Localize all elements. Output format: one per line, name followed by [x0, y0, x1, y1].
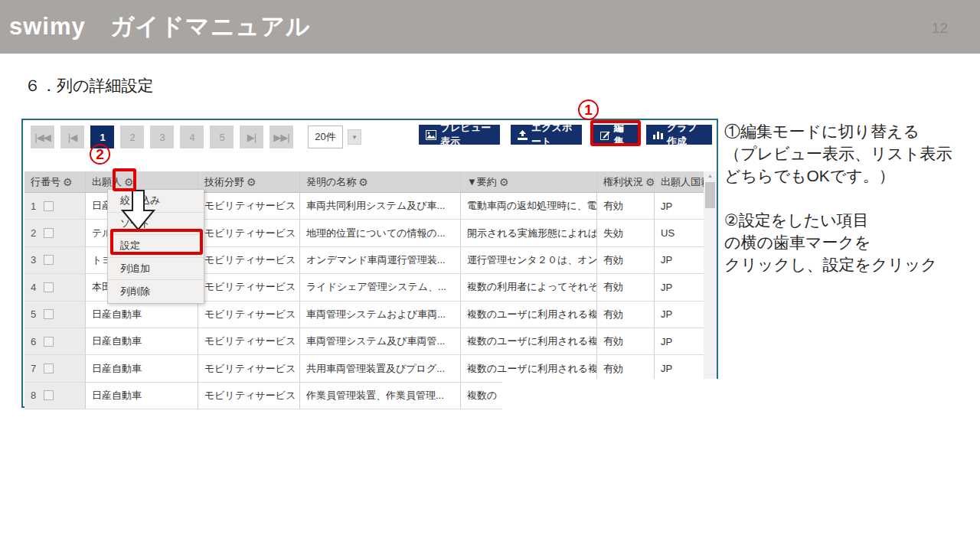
table-cell: 失効: [597, 220, 655, 246]
row-checkbox[interactable]: [44, 309, 54, 319]
chart-button[interactable]: グラフ作成: [646, 125, 712, 145]
row-checkbox[interactable]: [44, 255, 54, 265]
gear-icon[interactable]: ⚙: [358, 176, 368, 188]
table-cell: 共用車両管理装置及びプログ...: [300, 355, 461, 381]
slide-title: swimy ガイドマニュアル: [0, 11, 311, 43]
table-cell: 開示される実施形態によれば...: [461, 220, 597, 246]
step-2-marker: 2: [90, 144, 110, 165]
preview-button[interactable]: プレビュー表示: [419, 125, 500, 145]
table-cell: 4: [24, 274, 86, 300]
page-prev-button[interactable]: |◀: [60, 126, 84, 148]
row-checkbox[interactable]: [44, 364, 54, 373]
gear-icon[interactable]: ⚙: [499, 176, 509, 188]
button-label: エクスポート: [531, 121, 575, 148]
table-cell: 作業員管理装置、作業員管理...: [300, 383, 461, 409]
gear-icon[interactable]: ⚙: [247, 176, 256, 188]
table-cell: モビリティサービス: [198, 274, 300, 300]
row-checkbox[interactable]: [44, 228, 54, 238]
column-header: 行番号⚙: [24, 171, 86, 192]
table-row: 5日産自動車モビリティサービス車両管理システムおよび車両...複数のユーザに利用…: [24, 302, 704, 328]
table-cell: 有効: [597, 247, 655, 273]
table-cell: 日産自動車: [86, 328, 198, 354]
row-checkbox[interactable]: [44, 390, 54, 400]
row-checkbox[interactable]: [44, 337, 54, 347]
page-5-button[interactable]: 5: [210, 126, 234, 148]
table-cell: 地理的位置についての情報の...: [300, 220, 461, 246]
table-cell: 複数のユーザに利用される複...: [461, 328, 597, 354]
table-cell: 電動車両の返却処理時に、電...: [461, 193, 597, 219]
row-checkbox[interactable]: [44, 201, 54, 211]
table-row: 6日産自動車モビリティサービス車両管理システム及び車両管...複数のユーザに利用…: [24, 328, 704, 355]
table-cell: 有効: [597, 328, 655, 354]
table-cell: 日産自動車: [86, 383, 198, 409]
pagination: |◀◀|◀12345▶|▶▶|: [31, 126, 293, 148]
row-number: 7: [31, 363, 36, 374]
highlight-box-settings: [110, 229, 203, 255]
table-cell: 2: [24, 220, 86, 246]
gear-icon[interactable]: ⚙: [63, 176, 73, 188]
menu-item-delete-column[interactable]: 列削除: [108, 280, 204, 303]
scrollbar-thumb[interactable]: [705, 182, 715, 208]
table-cell: JP: [655, 328, 704, 354]
table-cell: 車両管理システム及び車両管...: [300, 328, 461, 354]
table-cell: 複数のユーザに利用される複...: [461, 302, 597, 328]
table-cell: 複数のユーザに利用される複...: [461, 355, 597, 381]
menu-item-add-column[interactable]: 列追加: [108, 258, 204, 281]
page-3-button[interactable]: 3: [150, 126, 174, 148]
column-header: 技術分野⚙: [198, 171, 300, 192]
chart-icon: [653, 130, 663, 139]
export-button[interactable]: エクスポート: [511, 125, 582, 145]
page-next-button[interactable]: ▶|: [240, 126, 263, 148]
table-cell: 1: [24, 193, 86, 219]
step-1-marker: 1: [578, 99, 599, 120]
table-cell: JP: [655, 193, 704, 219]
gear-icon[interactable]: ⚙: [645, 176, 655, 188]
export-icon: [518, 130, 528, 140]
table-cell: モビリティサービス: [198, 355, 300, 381]
column-header-label: 発明の名称: [306, 175, 356, 189]
down-arrow-icon: [121, 190, 156, 231]
row-number: 6: [31, 336, 36, 347]
column-header-label: 技術分野: [204, 175, 244, 189]
table-cell: ライドシェア管理システム、...: [300, 274, 461, 300]
page-4-button[interactable]: 4: [180, 126, 204, 148]
chevron-down-icon[interactable]: ▼: [348, 129, 361, 145]
column-header: 出願人国籍: [655, 171, 704, 192]
table-cell: 複数の利用者によってそれぞ...: [461, 274, 597, 300]
scroll-up-icon[interactable]: ▲: [707, 171, 713, 181]
highlight-box-edit: [590, 120, 641, 146]
table-cell: 有効: [597, 193, 655, 219]
row-number: 1: [31, 201, 36, 212]
table-cell: JP: [655, 247, 704, 273]
button-label: プレビュー表示: [440, 121, 493, 148]
column-header: ▼要約⚙: [461, 171, 597, 192]
preview-icon: [426, 130, 436, 140]
table-cell: モビリティサービス: [198, 220, 300, 246]
table-cell: 日産自動車: [86, 355, 198, 381]
page-first-button[interactable]: |◀◀: [31, 126, 54, 148]
vertical-scrollbar[interactable]: ▲: [704, 171, 717, 384]
page-last-button[interactable]: ▶▶|: [270, 126, 293, 148]
table-cell: モビリティサービス: [198, 247, 300, 273]
table-cell: JP: [655, 274, 704, 300]
column-header-label: 権利状況: [603, 175, 643, 189]
button-label: グラフ作成: [667, 121, 705, 148]
column-header: 権利状況⚙: [597, 171, 655, 192]
table-cell: JP: [655, 302, 704, 328]
page-size-select[interactable]: 20件: [308, 126, 343, 148]
highlight-box-gear: [113, 168, 136, 191]
page-2-button[interactable]: 2: [120, 126, 144, 148]
table-cell: モビリティサービス: [198, 193, 300, 219]
table-cell: 8: [24, 383, 86, 409]
column-header-label: 出願人国籍: [661, 175, 704, 189]
section-heading: ６．列の詳細設定: [24, 75, 154, 96]
column-header-label: 行番号: [31, 175, 60, 189]
slide-title-bar: swimy ガイドマニュアル: [0, 0, 980, 54]
table-cell: 6: [24, 328, 86, 354]
table-cell: 3: [24, 247, 86, 273]
table-cell: モビリティサービス: [198, 328, 300, 354]
row-checkbox[interactable]: [44, 282, 54, 292]
table-cell: 5: [24, 302, 86, 328]
table-cell: モビリティサービス: [198, 383, 300, 409]
table-cell: モビリティサービス: [198, 302, 300, 328]
